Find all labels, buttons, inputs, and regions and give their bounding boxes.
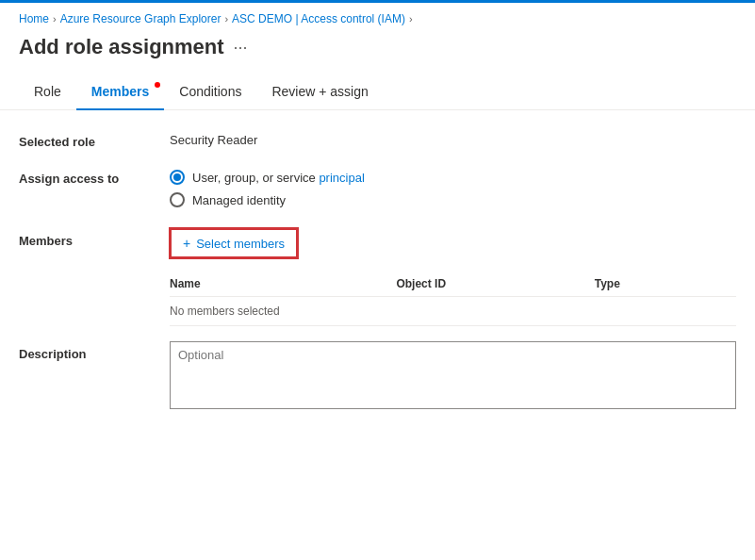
radio-group: User, group, or service principal Manage… [170,170,736,207]
selected-role-value: Security Reader [170,133,736,147]
description-label: Description [19,341,170,361]
col-header-type: Type [595,272,736,297]
breadcrumb-asc-demo[interactable]: ASC DEMO | Access control (IAM) [232,12,405,25]
page-options-button[interactable]: ··· [234,38,248,58]
assign-access-options: User, group, or service principal Manage… [170,170,736,207]
radio-managed-identity-circle [170,192,185,207]
members-table-header-row: Name Object ID Type [170,272,736,297]
select-members-label: Select members [196,237,285,251]
members-table: Name Object ID Type No members selected [170,272,736,326]
description-row: Description [19,341,736,409]
tab-review-assign[interactable]: Review + assign [256,74,383,110]
breadcrumb-chevron-3: › [409,13,413,25]
members-row: Members + Select members Name Object ID … [19,228,736,326]
select-members-button[interactable]: + Select members [170,228,298,258]
members-empty-message: No members selected [170,297,736,326]
col-header-objectid: Object ID [396,272,594,297]
selected-role-label: Selected role [19,133,170,149]
breadcrumb-chevron-2: › [224,13,228,25]
selected-role-row: Selected role Security Reader [19,133,736,149]
radio-managed-identity[interactable]: Managed identity [170,192,736,207]
members-table-header: Name Object ID Type [170,272,736,297]
members-empty-row: No members selected [170,297,736,326]
members-content: + Select members Name Object ID Type No … [170,228,736,326]
tab-role[interactable]: Role [19,74,76,110]
description-input[interactable] [170,341,736,409]
tabs-container: Role Members Conditions Review + assign [0,74,755,110]
breadcrumb-chevron-1: › [53,13,57,25]
content-area: Selected role Security Reader Assign acc… [0,110,755,432]
members-label: Members [19,228,170,248]
tab-members[interactable]: Members [76,74,164,110]
tab-conditions[interactable]: Conditions [164,74,256,110]
page-title-row: Add role assignment ··· [0,31,755,74]
radio-managed-identity-label: Managed identity [192,193,286,207]
page-title: Add role assignment [19,35,224,59]
assign-access-row: Assign access to User, group, or service… [19,170,736,207]
radio-user-group-label: User, group, or service principal [192,171,365,185]
radio-user-group-circle [170,170,185,185]
plus-icon: + [183,236,190,251]
breadcrumb-graph-explorer[interactable]: Azure Resource Graph Explorer [60,12,222,25]
breadcrumb: Home › Azure Resource Graph Explorer › A… [0,3,755,31]
assign-access-label: Assign access to [19,170,170,186]
col-header-name: Name [170,272,396,297]
breadcrumb-home[interactable]: Home [19,12,49,25]
members-dot [155,82,160,88]
radio-user-group[interactable]: User, group, or service principal [170,170,736,185]
members-table-body: No members selected [170,297,736,326]
